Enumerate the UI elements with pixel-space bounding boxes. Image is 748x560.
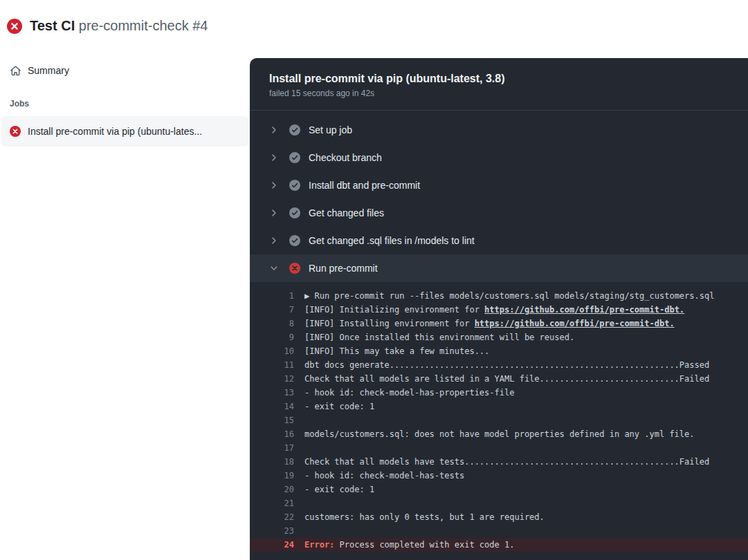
- log-line-number[interactable]: 12: [250, 372, 294, 386]
- chevron-down-icon: [269, 263, 279, 273]
- log-text-segment: Error:: [304, 540, 340, 550]
- x-circle-icon: [10, 126, 21, 137]
- check-circle-icon: [289, 235, 300, 246]
- log-line-text: Error: Process completed with exit code …: [304, 538, 514, 552]
- log-line-text: - hook id: check-model-has-properties-fi…: [304, 386, 514, 400]
- log-line: 10 [INFO] This may take a few minutes...: [250, 344, 748, 358]
- log-line: 14 - exit code: 1: [250, 400, 748, 413]
- log-line: 24 Error: Process completed with exit co…: [250, 538, 748, 552]
- log-text-segment: customers: has only 0 tests, but 1 are r…: [304, 512, 545, 522]
- home-icon: [10, 65, 21, 77]
- log-line: 13 - hook id: check-model-has-properties…: [250, 386, 748, 400]
- log-line: 16 models/customers.sql: does not have m…: [250, 427, 748, 441]
- log-lines: 1 ▶ Run pre-commit run --files models/cu…: [250, 282, 748, 552]
- log-line-number[interactable]: 9: [250, 330, 294, 344]
- log-line: 23: [250, 524, 748, 538]
- step-row[interactable]: Get changed files: [250, 199, 748, 227]
- log-line-text: [INFO] Initializing environment for http…: [304, 303, 684, 317]
- summary-label: Summary: [28, 65, 69, 76]
- chevron-right-icon: [269, 236, 279, 245]
- step-row[interactable]: Checkout branch: [250, 144, 748, 171]
- log-text-segment: Failed: [679, 374, 709, 384]
- log-text-segment: Run pre-commit run --files models/custom…: [314, 291, 714, 301]
- log-line: 12 Check that all models are listed in a…: [250, 372, 748, 386]
- log-line: 20 - exit code: 1: [250, 483, 748, 496]
- step-row[interactable]: Get changed .sql files in /models to lin…: [250, 227, 748, 254]
- log-line-number[interactable]: 19: [250, 469, 294, 483]
- log-line-number[interactable]: 14: [250, 400, 294, 413]
- log-text-segment: [INFO] This may take a few minutes...: [304, 346, 489, 356]
- jobs-heading: Jobs: [10, 99, 250, 109]
- workflow-name: Test CI: [30, 18, 75, 33]
- log-text-segment: [INFO] Installing environment for: [304, 319, 475, 328]
- x-circle-icon: [289, 263, 300, 274]
- log-line: 9 [INFO] Once installed this environment…: [250, 330, 748, 344]
- log-link[interactable]: https://github.com/offbi/pre-commit-dbt.: [484, 305, 684, 315]
- log-line-number[interactable]: 20: [250, 483, 294, 496]
- chevron-right-icon: [269, 180, 279, 190]
- log-line-number[interactable]: 17: [250, 441, 294, 455]
- log-line-text: - exit code: 1: [304, 400, 374, 413]
- log-text-segment: Failed: [679, 457, 709, 467]
- log-text-segment: - hook id: check-model-has-properties-fi…: [304, 388, 514, 398]
- chevron-right-icon: [269, 208, 279, 218]
- command-arrow-icon: ▶: [304, 291, 314, 301]
- log-text-segment: Check that all models are listed in a YA…: [304, 374, 679, 384]
- log-line: 17: [250, 441, 748, 455]
- job-label: Install pre-commit via pip (ubuntu-lates…: [28, 126, 202, 137]
- step-row[interactable]: Install dbt and pre-commit: [250, 171, 748, 199]
- log-line: 7 [INFO] Initializing environment for ht…: [250, 303, 748, 317]
- log-line-text: [INFO] Once installed this environment w…: [304, 330, 574, 344]
- log-text-segment: dbt docs generate.......................…: [304, 360, 679, 370]
- run-failed-icon: [7, 19, 22, 34]
- step-row[interactable]: Set up job: [250, 116, 748, 144]
- log-line-number[interactable]: 21: [250, 496, 294, 510]
- log-line-text: [INFO] Installing environment for https:…: [304, 317, 675, 330]
- log-text-segment: - exit code: 1: [304, 402, 374, 411]
- log-line-number[interactable]: 11: [250, 358, 294, 372]
- sidebar: Summary Jobs Install pre-commit via pip …: [0, 58, 250, 147]
- log-line-number[interactable]: 13: [250, 386, 294, 400]
- log-line-number[interactable]: 18: [250, 455, 294, 469]
- log-line: 11 dbt docs generate....................…: [250, 358, 748, 372]
- log-link[interactable]: https://github.com/offbi/pre-commit-dbt.: [475, 319, 675, 328]
- log-line-text: - hook id: check-model-has-tests: [304, 469, 464, 483]
- log-line-text: customers: has only 0 tests, but 1 are r…: [304, 510, 545, 524]
- job-title: Install pre-commit via pip (ubuntu-lates…: [269, 72, 729, 86]
- log-line-number[interactable]: 22: [250, 510, 294, 524]
- step-label: Set up job: [309, 124, 352, 136]
- step-label: Install dbt and pre-commit: [309, 180, 420, 191]
- log-text-segment: [INFO] Initializing environment for: [304, 305, 484, 315]
- sidebar-item-summary[interactable]: Summary: [0, 58, 250, 83]
- check-circle-icon: [289, 207, 300, 218]
- log-line-text: Check that all models have tests........…: [304, 455, 709, 469]
- chevron-right-icon: [269, 153, 279, 162]
- run-header: Test CI pre-commit-check #4: [7, 18, 208, 34]
- log-line-number[interactable]: 24: [250, 538, 294, 552]
- log-panel: Install pre-commit via pip (ubuntu-lates…: [250, 58, 748, 560]
- log-line-number[interactable]: 23: [250, 524, 294, 538]
- log-text-segment: models/customers.sql: does not have mode…: [304, 429, 695, 439]
- log-line-text: [INFO] This may take a few minutes...: [304, 344, 489, 358]
- log-line-text: ▶ Run pre-commit run --files models/cust…: [304, 289, 714, 303]
- log-line: 21: [250, 496, 748, 510]
- log-line-number[interactable]: 16: [250, 427, 294, 441]
- log-text-segment: Check that all models have tests........…: [304, 457, 679, 467]
- log-line-text: models/customers.sql: does not have mode…: [304, 427, 695, 441]
- panel-header: Install pre-commit via pip (ubuntu-lates…: [250, 58, 748, 111]
- chevron-right-icon: [269, 125, 279, 135]
- run-name: pre-commit-check #4: [79, 18, 208, 33]
- log-line-text: - exit code: 1: [304, 483, 374, 496]
- check-circle-icon: [289, 180, 300, 191]
- log-text-segment: [INFO] Once installed this environment w…: [304, 333, 574, 342]
- log-line-number[interactable]: 10: [250, 344, 294, 358]
- check-circle-icon: [289, 124, 300, 136]
- log-text-segment: Passed: [679, 360, 709, 370]
- log-line-number[interactable]: 8: [250, 317, 294, 330]
- log-line-number[interactable]: 1: [250, 289, 294, 303]
- sidebar-job-item-selected[interactable]: Install pre-commit via pip (ubuntu-lates…: [1, 116, 248, 147]
- step-row[interactable]: Run pre-commit: [250, 254, 748, 282]
- log-line-number[interactable]: 15: [250, 413, 294, 427]
- check-circle-icon: [289, 152, 300, 163]
- log-line-number[interactable]: 7: [250, 303, 294, 317]
